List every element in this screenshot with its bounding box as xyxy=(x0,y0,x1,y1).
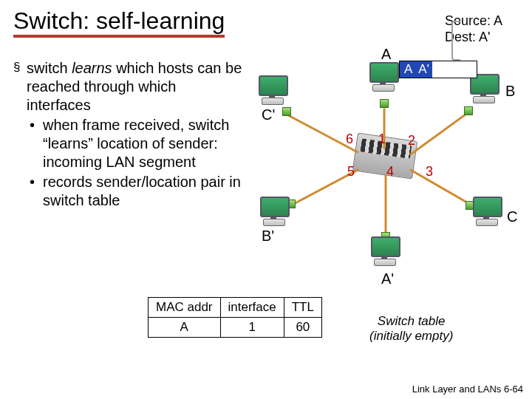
port-label-2: 2 xyxy=(408,133,415,149)
slide-footer: Link Layer and LANs 6-64 xyxy=(412,383,523,395)
host-Bprime-icon xyxy=(257,197,291,229)
host-Cprime-icon xyxy=(256,75,290,108)
host-A-icon xyxy=(366,62,400,95)
th-iface: interface xyxy=(220,298,284,318)
frame-icon: A A' xyxy=(399,61,477,78)
host-label-Bprime: B' xyxy=(262,228,274,245)
host-B-icon xyxy=(467,74,501,106)
table-header-row: MAC addr interface TTL xyxy=(149,298,322,318)
bullet-l1-prefix: switch xyxy=(27,60,72,76)
table-row: A 1 60 xyxy=(149,318,322,338)
frame-payload xyxy=(432,61,477,78)
port-label-4: 4 xyxy=(386,164,394,180)
td-iface: 1 xyxy=(220,318,284,338)
port-label-3: 3 xyxy=(426,164,433,180)
th-ttl: TTL xyxy=(284,298,321,318)
network-diagram: 1 2 3 4 5 6 A B C A' B' C' A A' xyxy=(244,52,525,288)
port-label-6: 6 xyxy=(346,132,353,147)
frame-dst: A' xyxy=(417,61,432,78)
caption-line1: Switch table xyxy=(369,314,453,329)
frame-src: A xyxy=(400,61,417,78)
host-label-C: C xyxy=(507,208,517,225)
switch-table-caption: Switch table (initially empty) xyxy=(369,314,453,344)
bullet-l2b: records sender/location pair in switch t… xyxy=(13,173,242,210)
caption-line2: (initially empty) xyxy=(369,329,453,344)
td-ttl: 60 xyxy=(284,318,321,338)
host-label-Cprime: C' xyxy=(262,106,275,123)
link-port3 xyxy=(409,168,471,205)
host-label-Aprime: A' xyxy=(381,270,394,287)
port-label-5: 5 xyxy=(347,164,355,180)
link-port2 xyxy=(409,112,468,155)
hook-line xyxy=(451,21,460,61)
hub-port-icon xyxy=(380,99,389,108)
host-C-icon xyxy=(470,197,504,229)
host-Aprime-icon xyxy=(368,236,402,269)
slide-title: Switch: self-learning xyxy=(13,7,225,38)
switch-table: MAC addr interface TTL A 1 60 xyxy=(148,297,322,338)
bullet-l2a: when frame received, switch “learns” loc… xyxy=(13,116,242,171)
hub-port-icon xyxy=(464,106,473,115)
port-label-1: 1 xyxy=(378,132,386,147)
hub-port-icon xyxy=(282,107,291,116)
host-label-B: B xyxy=(505,83,515,100)
td-mac: A xyxy=(149,318,221,338)
host-label-A: A xyxy=(381,46,391,63)
bullet-list: switch learns which hosts can be reached… xyxy=(13,59,242,210)
bullet-l1: switch learns which hosts can be reached… xyxy=(13,59,242,115)
link-port4 xyxy=(385,175,387,234)
th-mac: MAC addr xyxy=(149,298,221,318)
bullet-l1-italic: learns xyxy=(72,60,112,76)
